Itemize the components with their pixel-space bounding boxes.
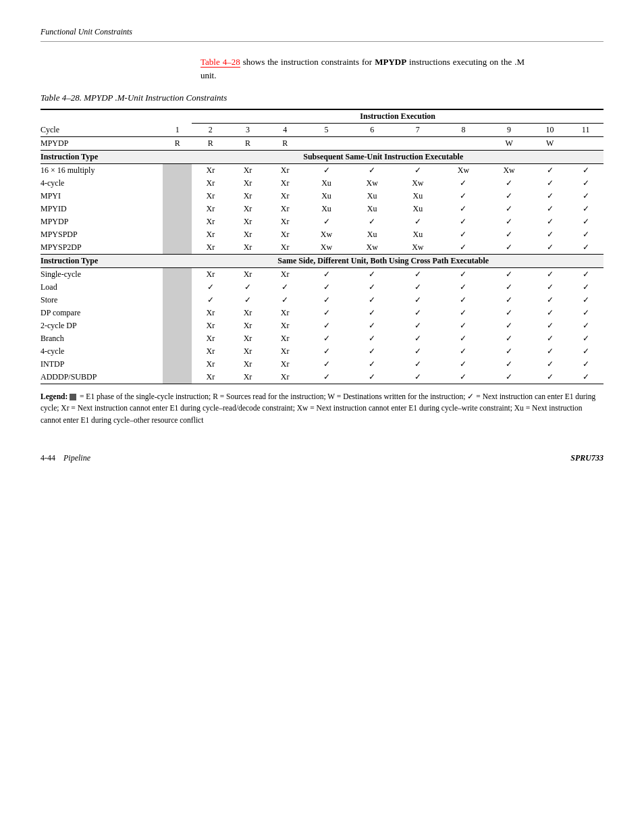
cycle-9: 9: [486, 124, 532, 137]
table-row: DP compare XrXrXr ✓✓✓ ✓✓ ✓✓: [41, 307, 603, 319]
table-row: Single-cycle XrXrXr ✓✓✓ ✓✓ ✓✓: [41, 268, 603, 282]
footer-left: 4-44 Pipeline: [41, 453, 90, 463]
gray-cell: [163, 358, 192, 371]
table-row: 2-cycle DP XrXrXr ✓✓✓ ✓✓ ✓✓: [41, 319, 603, 332]
table-row: 16 × 16 multiply XrXrXr ✓✓✓ XwXw ✓✓: [41, 164, 603, 178]
section1-label: Instruction Type: [41, 151, 163, 164]
table-title: Table 4–28. MPYDP .M-Unit Instruction Co…: [41, 93, 603, 103]
gray-cell: [163, 345, 192, 358]
table-row: MPYI XrXrXr XuXuXu ✓✓ ✓✓: [41, 190, 603, 203]
cycle-1: 1: [163, 124, 192, 137]
gray-cell: [163, 215, 192, 228]
row-label: 16 × 16 multiply: [41, 164, 163, 178]
table-row: 4-cycle XrXrXr XuXwXw ✓✓ ✓✓: [41, 177, 603, 190]
mpydp-c10: W: [532, 137, 568, 151]
cycle-2: 2: [192, 124, 229, 137]
gray-cell: [163, 332, 192, 345]
row-label: ADDDP/SUBDP: [41, 371, 163, 384]
table-row: MPYSP2DP XrXrXr XwXwXw ✓✓ ✓✓: [41, 241, 603, 255]
row-label: MPYSP2DP: [41, 241, 163, 255]
page-number: 4-44: [41, 453, 55, 463]
gray-cell: [163, 241, 192, 255]
mpydp-c4: R: [267, 137, 304, 151]
page-header: Functional Unit Constraints: [41, 27, 603, 42]
row-label: 2-cycle DP: [41, 319, 163, 332]
mpydp-label: MPYDP: [41, 137, 163, 151]
gray-cell: [163, 319, 192, 332]
gray-cell: [163, 268, 192, 282]
cycle-6: 6: [349, 124, 395, 137]
mpydp-c8: [441, 137, 487, 151]
gray-cell: [163, 281, 192, 294]
cycle-3: 3: [229, 124, 266, 137]
legend-text: = E1 phase of the single-cycle instructi…: [41, 392, 595, 424]
footer-right-label: SPRU733: [570, 453, 603, 463]
table-link[interactable]: Table 4–28: [200, 57, 240, 68]
mpydp-c11: [568, 137, 603, 151]
mpydp-c9: W: [486, 137, 532, 151]
cycle-5: 5: [304, 124, 350, 137]
table-row: Load ✓✓✓ ✓✓✓ ✓✓ ✓✓: [41, 281, 603, 294]
section1-header: Instruction Type Subsequent Same-Unit In…: [41, 151, 603, 164]
row-label: DP compare: [41, 307, 163, 319]
cycle-10: 10: [532, 124, 568, 137]
cycle-4: 4: [267, 124, 304, 137]
row-label: Branch: [41, 332, 163, 345]
gray-cell: [163, 294, 192, 307]
mpydp-c1: R: [163, 137, 192, 151]
cycle-7: 7: [395, 124, 441, 137]
section2-header: Instruction Type Same Side, Different Un…: [41, 255, 603, 268]
main-table: Instruction Execution Cycle 1 2 3 4 5 6 …: [41, 109, 603, 384]
section2-value: Same Side, Different Unit, Both Using Cr…: [163, 255, 603, 268]
legend-square: [70, 394, 76, 400]
gray-cell: [163, 203, 192, 215]
legend: Legend: = E1 phase of the single-cycle i…: [41, 391, 603, 426]
mpydp-c2: R: [192, 137, 229, 151]
row-label: MPYSPDP: [41, 228, 163, 241]
row-label: MPYI: [41, 190, 163, 203]
gray-cell: [163, 190, 192, 203]
row-label: Store: [41, 294, 163, 307]
mpydp-c6: [349, 137, 395, 151]
instruction-execution-label: Instruction Execution: [192, 109, 603, 124]
row-label: INTDP: [41, 358, 163, 371]
gray-cell: [163, 307, 192, 319]
table-row: MPYID XrXrXr XuXuXu ✓✓ ✓✓: [41, 203, 603, 215]
cycle-label: Cycle: [41, 124, 163, 137]
row-label: Load: [41, 281, 163, 294]
table-row: MPYSPDP XrXrXr XwXuXu ✓✓ ✓✓: [41, 228, 603, 241]
table-row: ADDDP/SUBDP XrXrXr ✓✓✓ ✓✓ ✓✓: [41, 371, 603, 384]
gray-cell: [163, 371, 192, 384]
legend-label: Legend:: [41, 392, 68, 400]
footer-right: SPRU733: [570, 453, 603, 463]
cycle-11: 11: [568, 124, 603, 137]
row-label: 4-cycle: [41, 177, 163, 190]
footer-left-label: Pipeline: [63, 453, 90, 463]
row-label: 4-cycle: [41, 345, 163, 358]
table-row: MPYDP XrXrXr ✓✓✓ ✓✓ ✓✓: [41, 215, 603, 228]
mpydp-c5: [304, 137, 350, 151]
gray-cell: [163, 177, 192, 190]
row-label: MPYID: [41, 203, 163, 215]
section2-label: Instruction Type: [41, 255, 163, 268]
cycle-row: Cycle 1 2 3 4 5 6 7 8 9 10 11: [41, 124, 603, 137]
gray-cell: [163, 228, 192, 241]
page-footer: 4-44 Pipeline SPRU733: [41, 453, 603, 463]
mpydp-c3: R: [229, 137, 266, 151]
table-row: 4-cycle XrXrXr ✓✓✓ ✓✓ ✓✓: [41, 345, 603, 358]
table-row: INTDP XrXrXr ✓✓✓ ✓✓ ✓✓: [41, 358, 603, 371]
table-row: Branch XrXrXr ✓✓✓ ✓✓ ✓✓: [41, 332, 603, 345]
mpydp-row: MPYDP R R R R W W: [41, 137, 603, 151]
row-label: Single-cycle: [41, 268, 163, 282]
cycle-8: 8: [441, 124, 487, 137]
row-label: MPYDP: [41, 215, 163, 228]
intro-paragraph: Table 4–28 shows the instruction constra…: [119, 55, 525, 82]
mpydp-c7: [395, 137, 441, 151]
section1-value: Subsequent Same-Unit Instruction Executa…: [163, 151, 603, 164]
gray-cell: [163, 164, 192, 178]
table-row: Store ✓✓✓ ✓✓✓ ✓✓ ✓✓: [41, 294, 603, 307]
instruction-execution-header-row: Instruction Execution: [41, 109, 603, 124]
